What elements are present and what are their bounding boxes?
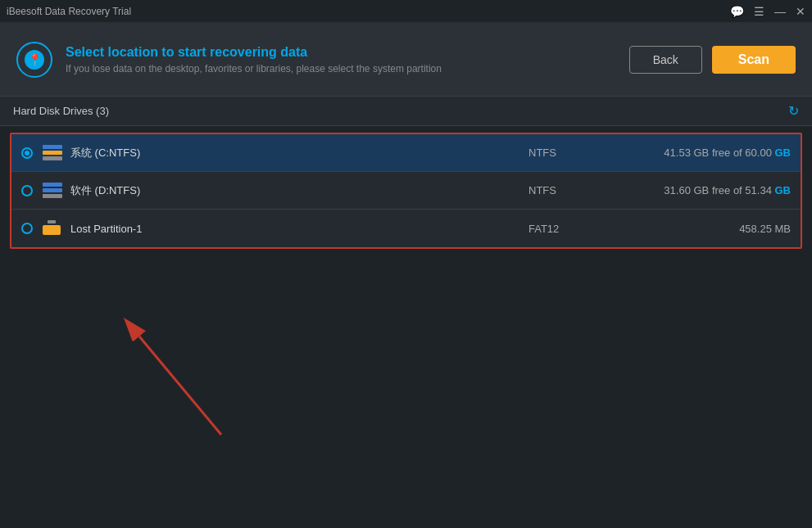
drive-c-size-unit: GB xyxy=(775,147,792,159)
menu-icon[interactable]: ☰ xyxy=(754,5,764,18)
drive-c-fs: NTFS xyxy=(528,147,610,159)
window-controls: 💬 ☰ — ✕ xyxy=(730,5,805,18)
header: 📍 Select location to start recovering da… xyxy=(0,23,812,97)
location-pin-icon: 📍 xyxy=(28,53,42,66)
drive-lost-size: 458.25 MB xyxy=(610,223,791,235)
hdd-d-icon xyxy=(43,183,62,199)
drive-list: 系统 (C:NTFS) NTFS 41.53 GB free of 60.00 … xyxy=(10,133,802,249)
drive-row-lost[interactable]: Lost Partition-1 FAT12 458.25 MB xyxy=(11,210,801,247)
section-title: Hard Disk Drives (3) xyxy=(13,105,109,117)
location-icon-circle: 📍 xyxy=(16,42,52,78)
refresh-icon[interactable]: ↻ xyxy=(788,103,799,119)
drive-d-fs: NTFS xyxy=(528,184,610,196)
header-subtitle: If you lose data on the desktop, favorit… xyxy=(66,63,442,74)
header-text: Select location to start recovering data… xyxy=(66,45,442,74)
lost-partition-icon xyxy=(43,220,62,237)
close-icon[interactable]: ✕ xyxy=(796,5,805,18)
drive-lost-name: Lost Partition-1 xyxy=(70,223,528,235)
drive-row-c[interactable]: 系统 (C:NTFS) NTFS 41.53 GB free of 60.00 … xyxy=(11,134,801,172)
location-icon-inner: 📍 xyxy=(25,50,44,70)
feedback-icon[interactable]: 💬 xyxy=(730,5,744,18)
section-header: Hard Disk Drives (3) ↻ xyxy=(0,97,812,126)
drive-c-name: 系统 (C:NTFS) xyxy=(70,146,528,160)
drive-d-size-unit: GB xyxy=(775,184,792,196)
header-buttons: Back Scan xyxy=(629,46,796,74)
radio-c[interactable] xyxy=(21,147,33,159)
header-left: 📍 Select location to start recovering da… xyxy=(16,42,442,78)
svg-line-1 xyxy=(139,336,221,435)
header-title: Select location to start recovering data xyxy=(66,45,442,60)
arrow-annotation xyxy=(115,312,246,446)
app-title: iBeesoft Data Recovery Trial xyxy=(7,6,131,17)
hdd-c-icon xyxy=(43,145,62,161)
drive-c-size: 41.53 GB free of 60.00 GB xyxy=(610,147,791,159)
scan-button[interactable]: Scan xyxy=(712,46,796,74)
minimize-icon[interactable]: — xyxy=(774,5,786,18)
radio-lost[interactable] xyxy=(21,223,33,234)
drive-d-size: 31.60 GB free of 51.34 GB xyxy=(610,184,791,196)
arrow-svg xyxy=(115,312,246,443)
back-button[interactable]: Back xyxy=(629,46,702,74)
radio-d[interactable] xyxy=(21,185,33,196)
title-bar: iBeesoft Data Recovery Trial 💬 ☰ — ✕ xyxy=(0,0,812,23)
drive-lost-fs: FAT12 xyxy=(528,223,610,235)
drive-d-name: 软件 (D:NTFS) xyxy=(70,183,528,198)
drive-row-d[interactable]: 软件 (D:NTFS) NTFS 31.60 GB free of 51.34 … xyxy=(11,172,801,210)
